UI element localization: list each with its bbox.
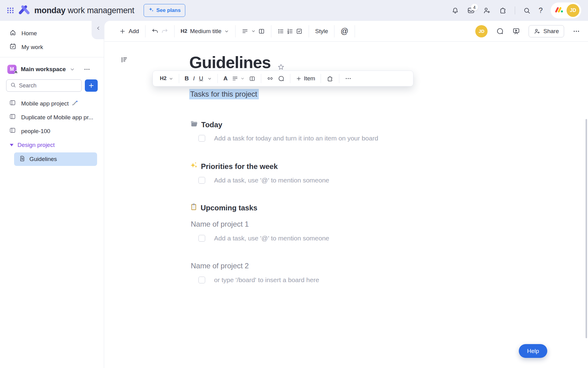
board-icon bbox=[9, 99, 16, 108]
home-label: Home bbox=[21, 30, 37, 37]
vertical-scrollbar[interactable] bbox=[586, 119, 587, 338]
share-button[interactable]: Share bbox=[529, 25, 564, 37]
sidebar-divider bbox=[0, 57, 104, 57]
bullet-list-button[interactable] bbox=[276, 26, 285, 36]
layout-columns-button[interactable] bbox=[257, 26, 266, 36]
block-style-value: Medium title bbox=[190, 28, 221, 35]
folder-emoji bbox=[190, 120, 198, 130]
italic-button[interactable]: I bbox=[191, 74, 197, 83]
toolbar-divider bbox=[174, 25, 175, 37]
sidebar-item-mobile-app-project[interactable]: Mobile app project bbox=[0, 97, 104, 110]
floating-text-toolbar: H2 B I U A bbox=[153, 71, 413, 86]
sidebar-board-list: Mobile app project Duplicate of Mobile a… bbox=[0, 97, 104, 166]
task-placeholder[interactable]: Add a task, use '@' to mention someone bbox=[214, 235, 329, 242]
sidebar-item-my-work[interactable]: My work bbox=[0, 40, 104, 54]
float-layout-columns-button[interactable] bbox=[247, 74, 258, 83]
project-subtitle-1[interactable]: Name of project 1 bbox=[191, 220, 249, 229]
section-heading-upcoming[interactable]: Upcoming tasks bbox=[190, 203, 257, 213]
account-pill: JD bbox=[551, 2, 581, 18]
folder-expanded-caret-icon[interactable] bbox=[10, 144, 13, 146]
help-button[interactable]: Help bbox=[519, 344, 547, 358]
invite-members-icon[interactable] bbox=[483, 6, 491, 14]
float-apps-puzzle-icon[interactable] bbox=[324, 74, 336, 84]
workspace-menu-dots-icon[interactable] bbox=[84, 66, 90, 73]
selected-text-line[interactable]: Tasks for this project bbox=[189, 90, 259, 98]
inbox-icon[interactable]: 4 bbox=[467, 6, 475, 14]
toolbar-divider bbox=[309, 25, 309, 37]
add-comment-icon[interactable] bbox=[276, 74, 287, 83]
task-checkbox[interactable] bbox=[198, 135, 205, 142]
sidebar-item-guidelines[interactable]: Guidelines bbox=[14, 152, 97, 166]
section-heading-today[interactable]: Today bbox=[190, 120, 222, 130]
sidebar-collapse-chevron-left-icon[interactable] bbox=[94, 24, 103, 33]
sidebar-item-design-project[interactable]: Design project bbox=[0, 138, 104, 152]
see-plans-label: See plans bbox=[156, 7, 181, 13]
sidebar-item-people-100[interactable]: people-100 bbox=[0, 124, 104, 138]
workspace-switcher[interactable]: M Main workspace bbox=[0, 60, 104, 78]
task-placeholder[interactable]: or type '/board' to insert a board here bbox=[214, 276, 319, 284]
toolbar-divider bbox=[290, 74, 290, 83]
board-icon bbox=[9, 113, 16, 121]
active-user-avatar[interactable]: JD bbox=[475, 25, 488, 37]
document-toolbar: Add H2 Medium title bbox=[104, 21, 588, 42]
share-label: Share bbox=[543, 28, 559, 35]
checklist-button[interactable] bbox=[295, 26, 304, 36]
float-more-dots-icon[interactable] bbox=[343, 74, 354, 83]
numbered-list-button[interactable] bbox=[285, 26, 295, 36]
monday-work-management-app: monday work management See plans bbox=[0, 0, 588, 368]
task-placeholder[interactable]: Add a task, use '@' to mention someone bbox=[214, 177, 329, 184]
product-title: monday work management bbox=[34, 6, 134, 15]
task-checkbox[interactable] bbox=[198, 177, 205, 184]
notifications-bell-icon[interactable] bbox=[451, 7, 459, 14]
comments-icon[interactable] bbox=[496, 27, 504, 35]
more-options-dots-icon[interactable] bbox=[573, 28, 580, 35]
bold-button[interactable]: B bbox=[183, 74, 191, 83]
task-checkbox[interactable] bbox=[198, 235, 205, 242]
block-style-dropdown[interactable]: H2 Medium title bbox=[179, 26, 230, 36]
float-block-style-dropdown[interactable]: H2 bbox=[158, 74, 175, 83]
sidebar-item-duplicate-board[interactable]: Duplicate of Mobile app pr... bbox=[0, 110, 104, 124]
workspace-initial: M bbox=[10, 67, 14, 72]
add-item-label: Item bbox=[304, 75, 315, 82]
text-color-button[interactable]: A bbox=[221, 74, 230, 83]
add-item-button[interactable]: Item bbox=[294, 74, 317, 83]
clipboard-emoji bbox=[190, 203, 198, 213]
redo-button[interactable] bbox=[160, 26, 169, 36]
section-heading-priorities[interactable]: Priorities for the week bbox=[190, 161, 278, 171]
project-subtitle-2[interactable]: Name of project 2 bbox=[191, 261, 249, 270]
present-mode-icon[interactable] bbox=[512, 27, 520, 35]
user-avatar[interactable]: JD bbox=[567, 4, 579, 17]
float-align-dropdown[interactable] bbox=[230, 74, 247, 83]
monday-logo bbox=[18, 5, 31, 16]
style-button[interactable]: Style bbox=[314, 26, 329, 36]
insert-link-icon[interactable] bbox=[265, 74, 276, 83]
toolbar-divider bbox=[355, 25, 355, 37]
my-work-label: My work bbox=[21, 44, 43, 51]
toolbar-right-actions: JD Share bbox=[475, 25, 580, 37]
apps-grid-icon[interactable] bbox=[7, 7, 14, 14]
mention-button[interactable]: @ bbox=[339, 25, 349, 37]
left-sidebar: Home My work M Main w bbox=[0, 21, 104, 368]
apps-marketplace-icon[interactable] bbox=[499, 6, 507, 14]
text-align-dropdown[interactable] bbox=[240, 26, 257, 36]
doc-outline-icon[interactable] bbox=[120, 56, 128, 65]
help-question-icon[interactable]: ? bbox=[539, 6, 543, 15]
sidebar-search-input[interactable] bbox=[19, 82, 78, 89]
workspace-avatar: M bbox=[7, 65, 17, 74]
add-block-button[interactable]: Add bbox=[118, 26, 140, 36]
sidebar-item-home[interactable]: Home bbox=[0, 26, 104, 40]
underline-button[interactable]: U bbox=[197, 74, 205, 83]
task-checkbox[interactable] bbox=[198, 277, 205, 283]
workspace-chevron-down-icon[interactable] bbox=[70, 67, 75, 72]
task-row: Add a task, use '@' to mention someone bbox=[198, 235, 329, 242]
see-plans-button[interactable]: See plans bbox=[144, 4, 185, 17]
sidebar-add-button[interactable] bbox=[85, 79, 98, 92]
toolbar-divider bbox=[235, 25, 236, 37]
task-placeholder[interactable]: Add a task for today and turn it into an… bbox=[214, 135, 378, 142]
doc-title[interactable]: Guidelines bbox=[189, 53, 271, 72]
more-formats-chevron-down-icon[interactable] bbox=[205, 75, 214, 82]
undo-button[interactable] bbox=[150, 26, 160, 36]
top-header-bar: monday work management See plans bbox=[0, 0, 588, 21]
search-icon[interactable] bbox=[523, 7, 531, 14]
toolbar-divider bbox=[334, 25, 334, 37]
